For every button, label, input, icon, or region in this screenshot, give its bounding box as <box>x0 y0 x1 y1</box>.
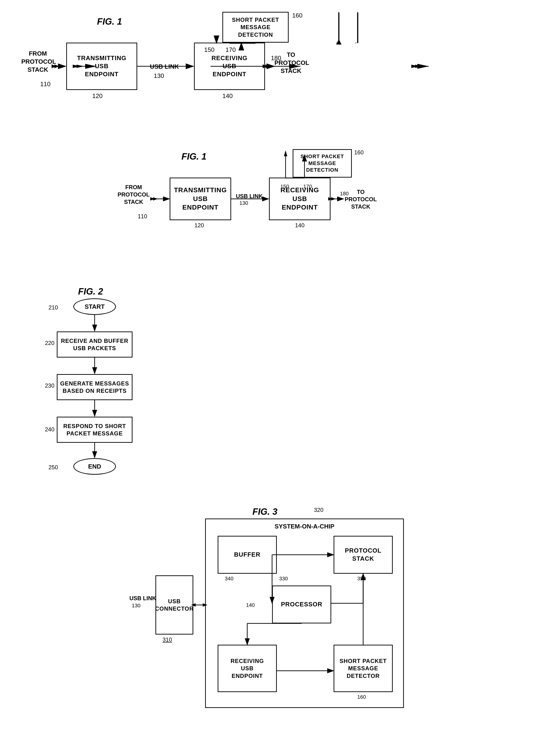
ref-160: 160 <box>292 12 302 19</box>
ref-350: 350 <box>357 576 366 582</box>
ref-140: 140 <box>222 92 233 100</box>
receive-buffer-box: RECEIVE AND BUFFERUSB PACKETS <box>57 331 133 358</box>
ref-150b: 150 <box>280 184 289 190</box>
to-protocol-stack: TOPROTOCOLSTACK <box>345 188 377 210</box>
ref-110: 110 <box>40 81 50 88</box>
ref-130-fig3: 130 <box>132 603 140 609</box>
ref-160-fig3: 160 <box>357 694 366 700</box>
short-packet-box: SHORT PACKETMESSAGEDETECTION <box>293 149 352 178</box>
fig3-label: FIG. 3 <box>252 507 278 517</box>
end-oval: END <box>73 458 116 475</box>
ref-340: 340 <box>225 576 234 582</box>
ref-120b: 120 <box>194 222 204 229</box>
generate-messages-box: GENERATE MESSAGESBASED ON RECEIPTS <box>57 374 133 400</box>
fig2-label: FIG. 2 <box>78 286 103 297</box>
start-oval: START <box>73 298 116 315</box>
svg-marker-32 <box>153 197 158 201</box>
ref-130b: 130 <box>240 200 248 206</box>
ref-170b: 170 <box>303 184 312 190</box>
usb-link-fig3: USB LINK <box>130 594 156 602</box>
fig2-main: FIG. 2 START 210 RECEIVE AND BUFFERUSB P… <box>38 284 180 485</box>
fig1-title: FIG. 1 <box>182 151 206 162</box>
ref-230: 230 <box>45 382 54 389</box>
ref-170: 170 <box>226 46 236 53</box>
ref-110b: 110 <box>138 213 147 220</box>
soc-outer-box: SYSTEM-ON-A-CHIP BUFFER 340 PROTOCOLSTAC… <box>205 518 404 708</box>
spmd-box: SHORT PACKETMESSAGEDETECTOR <box>334 645 393 692</box>
usb-connector-box: USBCONNECTOR <box>155 575 193 635</box>
ref-160b: 160 <box>354 149 364 156</box>
ref-210: 210 <box>48 304 58 311</box>
ref-320: 320 <box>314 507 323 513</box>
svg-marker-6 <box>411 65 419 68</box>
protocol-stack-box: PROTOCOLSTACK <box>334 536 393 574</box>
soc-label: SYSTEM-ON-A-CHIP <box>275 523 335 530</box>
ref-310: 310 <box>163 636 172 643</box>
usb-link-label: USB LINK <box>149 63 180 71</box>
ref-140b: 140 <box>295 222 304 229</box>
ref-220: 220 <box>45 340 54 346</box>
usb-link-label-b: USB LINK <box>236 193 263 200</box>
ref-120: 120 <box>92 92 102 100</box>
receiving-box: RECEIVINGUSBENDPOINT <box>269 178 331 220</box>
svg-marker-31 <box>150 197 155 201</box>
svg-marker-7 <box>415 65 422 68</box>
ref-330: 330 <box>279 576 288 582</box>
ref-150: 150 <box>204 46 214 53</box>
fig1-label: FIG. 1 <box>97 17 122 27</box>
svg-marker-10 <box>336 39 342 44</box>
short-packet-detection-box: SHORT PACKETMESSAGEDETECTION <box>222 12 289 43</box>
ref-130: 130 <box>154 72 164 80</box>
fig3-main: FIG. 3 320 USB LINK 130 USBCONNECTOR 310… <box>127 504 411 713</box>
svg-marker-41 <box>284 150 287 156</box>
ref-180b: 180 <box>340 191 349 197</box>
svg-marker-22 <box>265 64 270 68</box>
ref-250: 250 <box>48 464 58 471</box>
processor-box: PROCESSOR <box>272 586 331 623</box>
ref-180: 180 <box>271 54 281 62</box>
transmitting-box: TRANSMITTINGUSBENDPOINT <box>170 178 231 220</box>
ref-240: 240 <box>45 426 54 433</box>
receiving-usb-box-fig3: RECEIVINGUSBENDPOINT <box>218 645 277 692</box>
fig1-main: FIG. 1 FROMPROTOCOLSTACK 110 TRANSMITTIN… <box>115 147 423 265</box>
ref-140-fig3: 140 <box>246 602 255 608</box>
from-protocol-stack: FROMPROTOCOLSTACK <box>118 184 150 206</box>
respond-box: RESPOND TO SHORTPACKET MESSAGE <box>57 417 133 443</box>
buffer-box: BUFFER <box>218 536 277 574</box>
fig1-diagram: FIG. 1 FROMPROTOCOLSTACK 110 TRANSMITTIN… <box>14 10 524 133</box>
from-protocol-label: FROMPROTOCOLSTACK <box>21 50 54 74</box>
svg-marker-36 <box>331 197 336 201</box>
transmitting-usb-box: TRANSMITTINGUSBENDPOINT <box>66 43 137 90</box>
